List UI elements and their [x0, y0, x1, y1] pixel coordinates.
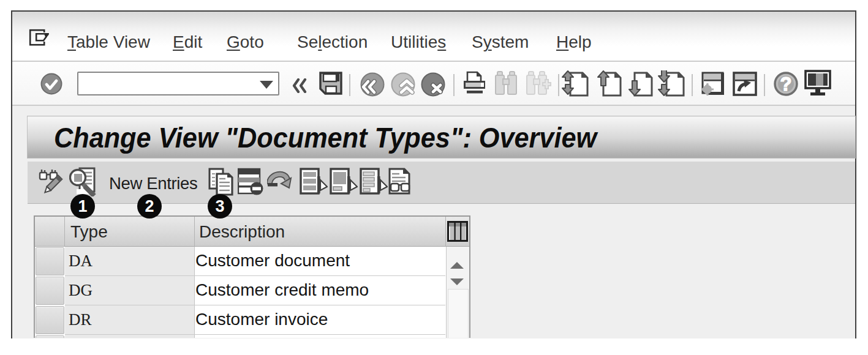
svg-text:?: ? — [780, 73, 792, 95]
